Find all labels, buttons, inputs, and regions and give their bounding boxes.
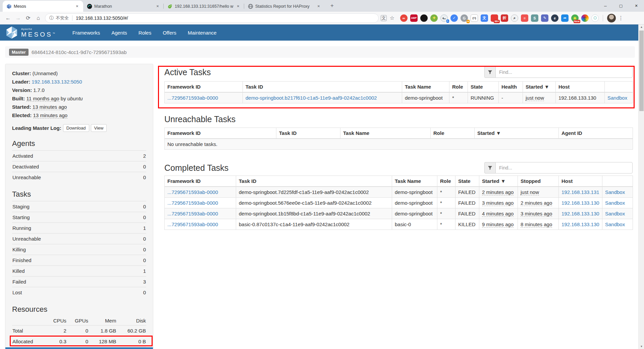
column-header-framework_id[interactable]: Framework ID bbox=[165, 176, 236, 187]
completed-find-input[interactable] bbox=[495, 162, 633, 173]
info-icon[interactable]: ⓘ bbox=[49, 15, 54, 21]
sandbox-link[interactable]: Sandbox bbox=[605, 221, 625, 227]
home-icon[interactable]: ⌂ bbox=[34, 13, 43, 23]
browser-tab[interactable]: Statistics Report for HAProxy✕ bbox=[244, 1, 325, 12]
profile-avatar[interactable] bbox=[607, 14, 616, 22]
framework_id-link[interactable]: ...7295671593ab-0000 bbox=[167, 95, 218, 101]
sandbox-link[interactable]: Sandbox bbox=[607, 95, 627, 101]
column-header-framework_id[interactable]: Framework ID bbox=[165, 128, 276, 139]
column-header-host[interactable]: Host bbox=[559, 176, 602, 187]
tab-close-icon[interactable]: ✕ bbox=[316, 4, 321, 9]
browser-tab[interactable]: Mesos✕ bbox=[3, 1, 83, 12]
column-header-stopped[interactable]: Stopped bbox=[518, 176, 559, 187]
column-header-started[interactable]: Started ▼ bbox=[523, 82, 556, 93]
framework_id-link[interactable]: ...7295671593ab-0000 bbox=[167, 211, 218, 216]
browser-tab[interactable]: Marathon✕ bbox=[83, 1, 164, 12]
minimize-button[interactable]: ─ bbox=[598, 0, 613, 12]
tab-close-icon[interactable]: ✕ bbox=[155, 4, 160, 9]
nav-item-agents[interactable]: Agents bbox=[106, 25, 133, 41]
mesos-brand[interactable]: Apache MESOS™ bbox=[21, 28, 57, 38]
column-header-started[interactable]: Started ▼ bbox=[475, 128, 559, 139]
bookmark-star-icon[interactable]: ☆ bbox=[387, 13, 397, 23]
translate-extension-icon[interactable]: 文 bbox=[481, 14, 488, 22]
view-button[interactable]: View bbox=[91, 124, 107, 132]
cat-extension-icon[interactable]: ᓚ1 bbox=[440, 14, 448, 22]
column-header-task_id[interactable]: Task ID bbox=[243, 82, 402, 93]
column-header-host[interactable]: Host bbox=[556, 82, 605, 93]
column-header-sandbox[interactable] bbox=[602, 176, 633, 187]
nav-item-maintenance[interactable]: Maintenance bbox=[182, 25, 222, 41]
column-header-task_name[interactable]: Task Name bbox=[392, 176, 437, 187]
column-header-task_id[interactable]: Task ID bbox=[236, 176, 392, 187]
green-plus-icon[interactable]: ✚ bbox=[430, 14, 438, 22]
check-circle-icon[interactable]: ✓ bbox=[450, 14, 458, 22]
adblock-plus-icon[interactable]: ABP bbox=[410, 14, 418, 22]
task_id-link[interactable]: demo-springboot.b217f610-c1a5-11e9-aaf9-… bbox=[246, 95, 377, 101]
letter-s-icon[interactable]: S bbox=[531, 14, 538, 22]
share-arrow-icon[interactable]: ➦ bbox=[561, 14, 569, 22]
framework_id-link[interactable]: ...7295671593ab-0000 bbox=[167, 221, 218, 227]
log-buttons: DownloadView bbox=[61, 124, 107, 132]
host-link[interactable]: 192.168.133.131 bbox=[561, 189, 599, 195]
column-header-task_name[interactable]: Task Name bbox=[402, 82, 449, 93]
column-header-state[interactable]: State bbox=[455, 176, 479, 187]
active-find-input[interactable] bbox=[495, 66, 633, 78]
rainbow-camera-icon[interactable]: ◎ bbox=[581, 14, 589, 22]
host-link[interactable]: 192.168.133.130 bbox=[561, 200, 599, 206]
letter-e-icon[interactable]: e bbox=[551, 14, 558, 22]
column-header-task_name[interactable]: Task Name bbox=[340, 128, 431, 139]
tab-close-icon[interactable]: ✕ bbox=[74, 4, 80, 9]
column-header-task_id[interactable]: Task ID bbox=[276, 128, 340, 139]
column-header-agent_id[interactable]: Agent ID bbox=[559, 128, 633, 139]
scroll-down-icon[interactable]: ▼ bbox=[639, 344, 644, 349]
red-notes-icon[interactable]: ≡ bbox=[521, 14, 528, 22]
nav-item-roles[interactable]: Roles bbox=[133, 25, 157, 41]
mesos-logo-icon[interactable] bbox=[5, 26, 18, 39]
framework_id-link[interactable]: ...7295671593ab-0000 bbox=[167, 189, 218, 195]
github-octocat-icon[interactable] bbox=[420, 14, 428, 22]
close-button[interactable]: ✕ bbox=[629, 0, 644, 12]
filter-icon[interactable] bbox=[484, 162, 495, 173]
host-link[interactable]: 192.168.133.130 bbox=[561, 211, 599, 216]
browser-tab[interactable]: 192.168.133.131:31657/hello w✕ bbox=[164, 1, 244, 12]
column-header-role[interactable]: Role bbox=[449, 82, 468, 93]
nav-item-offers[interactable]: Offers bbox=[157, 25, 182, 41]
translate-icon[interactable]: 文 bbox=[381, 15, 387, 21]
maximize-button[interactable]: ▢ bbox=[613, 0, 629, 12]
filter-icon[interactable] bbox=[484, 66, 495, 78]
red-counter-icon[interactable]: 99+ bbox=[491, 14, 498, 22]
new-tab-button[interactable]: + bbox=[327, 1, 337, 10]
sandbox-link[interactable]: Sandbox bbox=[605, 189, 625, 195]
framework_id-link[interactable]: ...7295671593ab-0000 bbox=[167, 200, 218, 206]
column-header-role[interactable]: Role bbox=[431, 128, 475, 139]
forward-icon[interactable]: → bbox=[13, 13, 23, 23]
download-button[interactable]: Download bbox=[63, 124, 89, 132]
back-icon[interactable]: ← bbox=[3, 13, 13, 23]
column-header-health[interactable]: Health bbox=[499, 82, 523, 93]
browser-menu-icon[interactable]: ⋮ bbox=[616, 15, 625, 21]
host-link[interactable]: 192.168.133.130 bbox=[561, 221, 599, 227]
infinity-extension-icon[interactable]: ∞ bbox=[400, 14, 408, 22]
gray-ring-icon[interactable]: G● bbox=[461, 14, 468, 22]
zhe-coupon-icon[interactable]: 折 bbox=[501, 14, 508, 22]
column-header-state[interactable]: State bbox=[468, 82, 499, 93]
field-value[interactable]: 192.168.133.132:5050 bbox=[32, 79, 82, 85]
braces-menu-icon[interactable]: {≡} bbox=[471, 14, 478, 22]
column-header-started[interactable]: Started ▼ bbox=[479, 176, 518, 187]
search-person-icon[interactable]: ⌕ bbox=[511, 14, 518, 22]
sandbox-link[interactable]: Sandbox bbox=[605, 211, 625, 216]
teal-hexagon-icon[interactable]: ⬡ bbox=[591, 14, 599, 22]
column-header-sandbox[interactable] bbox=[605, 82, 633, 93]
tab-close-icon[interactable]: ✕ bbox=[235, 4, 241, 9]
address-bar[interactable]: ⓘ 不安全 192.168.133.132:5050/#/ bbox=[45, 13, 379, 23]
nav-item-frameworks[interactable]: Frameworks bbox=[67, 25, 106, 41]
sandbox-link[interactable]: Sandbox bbox=[605, 200, 625, 206]
scroll-up-icon[interactable]: ▲ bbox=[639, 24, 644, 30]
chrome-colored-icon[interactable]: ◉New bbox=[571, 14, 579, 22]
column-header-role[interactable]: Role bbox=[437, 176, 455, 187]
note-pencil-icon[interactable]: ✎ bbox=[541, 14, 548, 22]
column-header-framework_id[interactable]: Framework ID bbox=[165, 82, 243, 93]
vertical-scrollbar[interactable]: ▲ ▼ bbox=[638, 24, 644, 349]
reload-icon[interactable]: ⟳ bbox=[23, 13, 33, 23]
scrollbar-thumb[interactable] bbox=[639, 31, 644, 111]
